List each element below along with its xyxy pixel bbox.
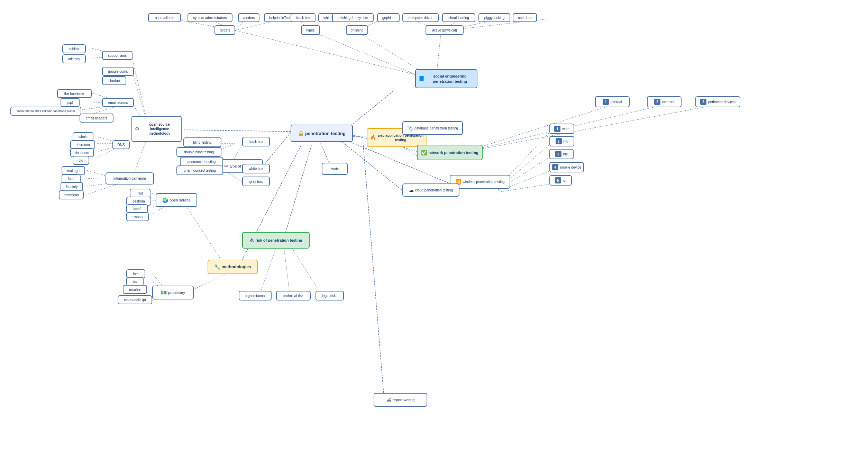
node-legal-risks: legal risks [316,291,344,300]
node-black-box-test: black box [242,137,270,146]
node-information-gathering: information gathering [106,172,154,185]
badge-w5: 5 [555,177,561,183]
node-shouldsurfing: shouldsurfing [442,13,475,22]
node-technical-risk: technical risk [276,291,311,300]
node-blind-testing: blind testing [183,137,221,147]
node-email-adress: email adress [102,98,134,107]
node-mcafee: mcafee [123,285,147,294]
node-rfid: 2 rfid [549,136,574,146]
node-vendors: vendors [238,13,259,22]
node-piggybacking: piggybacking [478,13,510,22]
node-google-dorks: google dorks [102,67,134,76]
globe-icon: 🌍 [162,197,168,203]
node-perimeter-devices: 3 perimeter devices [695,96,740,107]
node-sublistr: sublistr [62,44,86,53]
svg-line-9 [284,145,311,239]
node-users-clients: users/clients [148,13,181,22]
node-network-penetration: ✅ network penetration testing [417,145,483,160]
node-double-blind: double blind testing [176,147,221,157]
wrench-icon: 🔧 [214,264,220,270]
node-organisational: organistaonal [239,291,272,300]
gear-icon: ⚙ [135,126,139,132]
node-system-admins: system administrators [188,13,232,22]
node-risk: ⚠ risk of penetration testing [242,232,310,249]
node-email-headers: email headers [80,114,113,123]
node-the-harvester: the harvester [57,89,92,98]
svg-line-57 [464,104,616,152]
node-unannounced: unannounced testing [176,165,223,175]
node-shodan: shodan [102,76,126,85]
node-subdomains: subdomains [102,51,133,60]
badge-w4: 4 [552,164,558,170]
node-external: 2 external [647,96,682,107]
node-dns: DNS [112,140,130,149]
node-dig: dig [73,156,89,165]
svg-line-55 [284,246,290,295]
svg-line-59 [464,104,721,152]
node-tools: tools [322,163,348,175]
badge-1: 1 [603,99,609,105]
node-active-physical: active (physical) [426,25,464,35]
facebook-icon: 📘 [419,75,424,82]
node-pentmenu: pentmenu [59,190,84,199]
node-pipl: pipl [61,98,80,107]
node-white-box-test: white box [242,164,270,173]
node-social-media: social media sites linkedin,facebook,twi… [10,107,81,116]
mindmap: 🔒 penetration testing 📘 social engineeri… [0,0,868,467]
svg-line-19 [228,173,242,182]
node-cloud-penetration: ☁ cloud penetration testing [402,183,459,197]
node-targets: targets [214,25,235,35]
badge-w2: 2 [556,138,562,144]
node-types-se: types [301,25,320,35]
node-ec-councils: ec-councils lpt [118,295,152,304]
node-usb-drop: usb drop [513,13,537,22]
svg-line-11 [363,145,384,398]
node-nfc: 3 nfc [549,149,574,159]
badge-w1: 1 [554,126,560,132]
node-database-penetration: 📎 database penetration testing [402,121,463,135]
cloud-icon: ☁ [409,187,414,193]
money-icon: 💵 [161,290,167,295]
paperclip-icon: 📎 [407,125,413,131]
node-mobile-device: 4 mobile device [549,162,584,172]
node-dumpster-driver: dumpster driver [402,13,439,22]
node-gray-box-test: gray box [242,177,270,186]
warning-icon: ⚠ [249,237,254,243]
node-wlan: 1 wlan [549,124,574,134]
svg-line-53 [86,183,121,195]
node-report-writing: 🖨 report writing [374,393,427,407]
node-open-source-intel: ⚙ open source intelligence methodology [131,116,182,142]
scissors-icon: ✂ [224,163,228,169]
svg-line-5 [342,142,402,190]
node-phishing-frenzy: phishing frenzy.com [332,13,374,22]
node-fsociety: fsociety [61,182,83,191]
svg-line-24 [183,202,227,268]
node-penetration-testing: 🔒 penetration testing [291,125,353,142]
lock-icon: 🔒 [298,131,304,136]
node-propietary: 💵 propietary [152,286,194,299]
node-open-source: 🌍 open source [156,193,197,207]
badge-3: 3 [700,99,706,105]
node-gophish: gophish [377,13,400,22]
node-announced: announced testing [180,157,223,167]
node-black-box-se: black box [291,13,316,22]
node-owasp: owasp [126,212,149,221]
svg-line-56 [291,246,322,295]
node-urlcrazy: urlcrazy [62,54,86,63]
svg-line-54 [259,246,277,295]
badge-2: 2 [654,99,660,105]
svg-line-12 [235,30,436,80]
fire-icon: 🔥 [370,134,376,141]
check-icon: ✅ [421,150,427,155]
badge-w3: 3 [555,151,561,157]
svg-line-8 [183,130,291,132]
node-phishing: phishing [346,25,368,35]
node-iot: 5 iot [549,175,572,186]
printer-icon: 🖨 [386,397,391,403]
node-methodologies: 🔧 methodologies [208,260,258,274]
node-internal: 1 internal [595,96,630,107]
node-social-engineering: 📘 social engineering penetration testing [415,69,477,88]
